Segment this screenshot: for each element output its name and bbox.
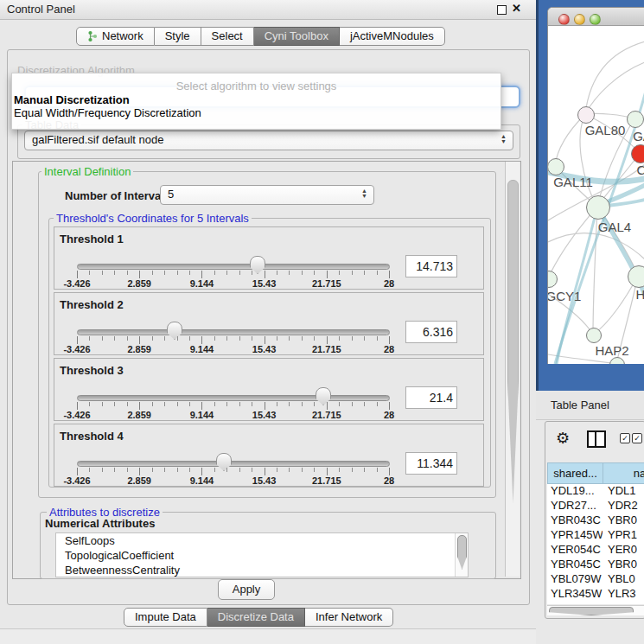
table-data-selected-value: galFiltered.sif default node [32, 133, 163, 146]
stepper-arrows-icon: ▲▼ [361, 188, 367, 199]
tick-label: 2.859 [127, 278, 151, 289]
tab-label: Cyni Toolbox [265, 28, 328, 45]
network-node[interactable] [631, 144, 644, 163]
cell-name: YDL1 [603, 483, 636, 498]
network-view-window: GAL80GACGAL11GAL4GCY1HHAP2 [547, 7, 644, 364]
stepper-arrows-icon: ▲▼ [501, 134, 507, 144]
tick-label: 2.859 [127, 475, 151, 486]
table-grid: shared... na YDL19...YDL1YDR27...YDR2YBR… [547, 462, 644, 604]
node-label-ga: GA [633, 129, 644, 143]
mac-close-button[interactable] [558, 14, 570, 25]
tab-impute-data[interactable]: Impute Data [124, 608, 207, 627]
threshold-panel-threshold-4: Threshold 4-3.4262.8599.14415.4321.71528… [54, 424, 484, 487]
network-node[interactable] [586, 328, 602, 343]
column-header-shared-name[interactable]: shared... [547, 462, 603, 484]
algorithm-option-equal-width[interactable]: Equal Width/Frequency Discretization [14, 106, 201, 119]
slider-track[interactable] [77, 329, 390, 335]
control-panel-titlebar: Control Panel ✕ [0, 0, 536, 20]
cell-shared-name: YDL19... [547, 483, 603, 498]
cell-shared-name: YIL052C [547, 601, 603, 604]
tick-label: 28 [384, 344, 394, 354]
network-window-titlebar[interactable] [548, 8, 644, 26]
node-label-gal80: GAL80 [585, 123, 626, 137]
number-of-intervals-label: Number of Intervals [65, 189, 170, 202]
checkbox-icon[interactable]: ✓ [620, 433, 630, 443]
number-of-intervals-combobox[interactable]: 5 ▲▼ [160, 185, 374, 205]
algorithm-option-manual[interactable]: Manual Discretization [14, 93, 130, 106]
mac-minimize-button[interactable] [574, 14, 585, 25]
list-scrollbar[interactable] [455, 533, 468, 577]
tab-infer-network[interactable]: Infer Network [305, 608, 393, 627]
threshold-value-input[interactable]: 14.713 [405, 255, 457, 277]
table-row[interactable]: YPR145WYPR1 [547, 527, 644, 542]
tick-label: -3.426 [63, 475, 90, 486]
table-row[interactable]: YBR045CYBR0 [547, 557, 644, 571]
control-panel-title: Control Panel [7, 3, 75, 16]
attribute-item-selfloops[interactable]: SelfLoops [56, 533, 468, 548]
network-node[interactable] [577, 106, 595, 124]
tab-select[interactable]: Select [201, 27, 254, 46]
tick-label: 2.859 [127, 410, 151, 420]
scrollbar-thumb[interactable] [507, 180, 519, 503]
cell-name: YBL0 [603, 571, 635, 586]
algorithm-placeholder-option[interactable]: Select algorithm to view settings [12, 80, 501, 92]
table-data-combobox[interactable]: galFiltered.sif default node ▲▼ [24, 131, 513, 150]
tick-label: 9.144 [190, 475, 214, 486]
slider-track[interactable] [77, 461, 390, 467]
gear-icon[interactable]: ⚙ [556, 429, 570, 447]
vertical-scrollbar[interactable] [505, 162, 520, 577]
threshold-value-input[interactable]: 6.316 [405, 321, 457, 343]
column-header-name[interactable]: na [603, 462, 644, 484]
table-row[interactable]: YLR345WYLR3 [547, 586, 644, 601]
checkbox-icon[interactable]: ✓ [632, 433, 642, 443]
close-icon[interactable]: ✕ [512, 2, 521, 15]
tab-discretize-data[interactable]: Discretize Data [207, 608, 305, 627]
network-icon [87, 30, 98, 42]
tab-network[interactable]: Network [76, 27, 155, 46]
float-window-icon[interactable] [497, 5, 507, 15]
tick-label: 9.144 [190, 344, 214, 354]
cell-name: YPR1 [603, 527, 637, 542]
attribute-item-topologicalcoefficient[interactable]: TopologicalCoefficient [56, 548, 468, 563]
slider-track[interactable] [77, 264, 390, 270]
cell-name: YLR3 [603, 586, 636, 601]
tab-jactivemnodules[interactable]: jActiveMNodules [340, 27, 445, 46]
hscrollbar-thumb[interactable] [549, 607, 634, 615]
list-scrollbar-thumb[interactable] [457, 535, 467, 570]
table-row[interactable]: YDR27...YDR2 [547, 498, 644, 513]
table-row[interactable]: YBL079WYBL0 [547, 571, 644, 586]
attribute-item-betweennesscentrality[interactable]: BetweennessCentrality [56, 563, 468, 577]
tick-label: 28 [384, 410, 394, 420]
threshold-label: Threshold 2 [60, 298, 124, 311]
tick-label-row: -3.4262.8599.14415.4321.71528 [77, 344, 389, 354]
network-node[interactable] [627, 111, 644, 128]
table-row[interactable]: YIL052CYIL0 [547, 601, 644, 604]
tab-style[interactable]: Style [155, 27, 201, 46]
node-label-c: C [637, 163, 644, 177]
top-tab-bar: NetworkStyleSelectCyni ToolboxjActiveMNo… [76, 27, 445, 46]
bottom-strip [0, 629, 536, 644]
horizontal-scrollbar[interactable] [547, 605, 644, 615]
tick-label-row: -3.4262.8599.14415.4321.71528 [77, 410, 389, 420]
tick-label: 15.43 [252, 475, 277, 486]
threshold-value-input[interactable]: 21.4 [405, 386, 457, 409]
cell-shared-name: YLR345W [547, 586, 603, 601]
tab-cyni-toolbox[interactable]: Cyni Toolbox [254, 27, 340, 46]
network-node[interactable] [586, 195, 610, 220]
apply-button[interactable]: Apply [218, 579, 275, 600]
table-row[interactable]: YDL19...YDL1 [547, 483, 644, 498]
columns-icon[interactable] [587, 430, 606, 448]
table-row[interactable]: YBR043CYBR0 [547, 513, 644, 527]
numerical-attributes-list[interactable]: SelfLoopsTopologicalCoefficientBetweenne… [55, 532, 469, 577]
mac-zoom-button[interactable] [590, 14, 601, 25]
network-node[interactable] [628, 265, 644, 288]
threshold-value-input[interactable]: 11.344 [405, 452, 457, 475]
table-panel-header: Table Panel [536, 391, 644, 420]
slider-track[interactable] [77, 395, 390, 401]
network-canvas[interactable]: GAL80GACGAL11GAL4GCY1HHAP2 [548, 26, 644, 364]
network-node[interactable] [548, 158, 564, 175]
threshold-panel-threshold-3: Threshold 3-3.4262.8599.14415.4321.71528… [54, 358, 484, 421]
table-row[interactable]: YER054CYER0 [547, 542, 644, 557]
tick-label: 9.144 [190, 278, 214, 289]
tick-label: 15.43 [252, 344, 277, 354]
